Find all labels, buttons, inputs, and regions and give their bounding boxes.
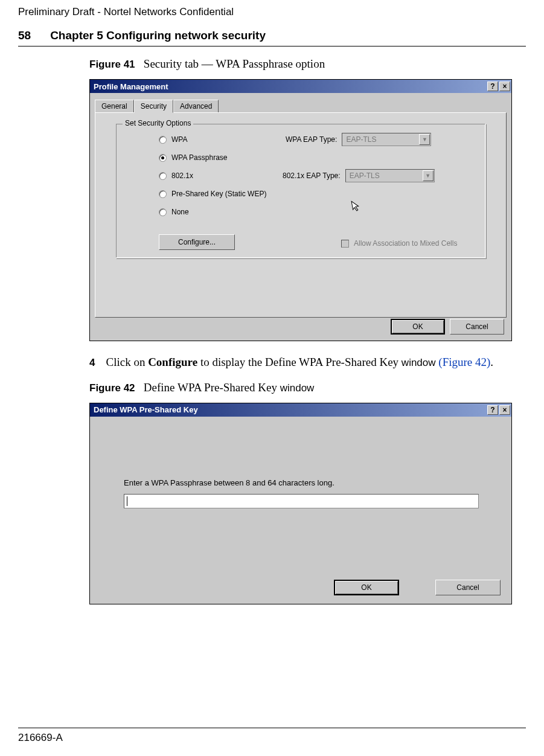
cancel-button[interactable]: Cancel bbox=[435, 580, 501, 595]
passphrase-input[interactable] bbox=[124, 494, 479, 508]
step-4-pre: Click on bbox=[106, 356, 148, 368]
ok-button[interactable]: OK bbox=[334, 580, 399, 595]
dlg1-titlebar: Profile Management ? × bbox=[90, 80, 511, 93]
tabstrip: General Security Advanced bbox=[95, 98, 507, 112]
radio-8021x[interactable]: 802.1x bbox=[159, 171, 193, 180]
step-4-bold: Configure bbox=[148, 356, 197, 368]
define-wpa-psk-dialog: Define WPA Pre-Shared Key ? × Enter a WP… bbox=[89, 403, 512, 604]
text-caret-icon bbox=[127, 496, 127, 506]
step-4-num: 4 bbox=[89, 357, 95, 368]
group-label: Set Security Options bbox=[123, 119, 193, 127]
radio-wpa-label: WPA bbox=[171, 135, 187, 144]
radio-wpa[interactable]: WPA bbox=[159, 135, 187, 144]
chevron-down-icon: ▼ bbox=[419, 134, 430, 145]
step-4-link[interactable]: (Figure 42) bbox=[438, 356, 490, 368]
radio-dot-selected-icon bbox=[159, 154, 167, 162]
help-button[interactable]: ? bbox=[487, 82, 498, 91]
chevron-down-icon: ▼ bbox=[423, 170, 434, 181]
passphrase-instruction: Enter a WPA Passphrase between 8 and 64 … bbox=[124, 478, 334, 487]
cancel-label: Cancel bbox=[466, 322, 488, 331]
step-4-mid: to display the Define WPA Pre-Shared Key bbox=[197, 356, 402, 368]
cancel-button[interactable]: Cancel bbox=[450, 319, 504, 335]
allow-mixed-label: Allow Association to Mixed Cells bbox=[354, 239, 457, 248]
doc-id: 216669-A bbox=[18, 732, 63, 743]
figure-41-num: Figure 41 bbox=[89, 59, 135, 70]
figure-42-win: window bbox=[280, 382, 315, 394]
wpa-eap-label: WPA EAP Type: bbox=[286, 135, 337, 144]
wpa-eap-value: EAP-TLS bbox=[346, 135, 376, 144]
radio-dot-icon bbox=[159, 172, 167, 180]
profile-management-dialog: Profile Management ? × General Security … bbox=[89, 79, 512, 341]
ok-label: OK bbox=[412, 322, 423, 331]
8021x-eap-label: 802.1x EAP Type: bbox=[283, 171, 341, 180]
radio-none-label: None bbox=[171, 208, 189, 216]
close-button[interactable]: × bbox=[499, 82, 510, 91]
page-header: 58 Chapter 5 Configuring network securit… bbox=[18, 29, 526, 46]
dlg1-button-row: OK Cancel bbox=[391, 319, 504, 335]
configure-button[interactable]: Configure... bbox=[159, 234, 235, 250]
ok-button[interactable]: OK bbox=[391, 319, 445, 335]
footer: 216669-A bbox=[18, 728, 526, 744]
tab-advanced[interactable]: Advanced bbox=[173, 100, 219, 112]
chapter-title: Chapter 5 Configuring network security bbox=[50, 29, 266, 42]
radio-wpa-pass-label: WPA Passphrase bbox=[171, 153, 227, 162]
ok-label: OK bbox=[361, 583, 371, 592]
help-button[interactable]: ? bbox=[487, 405, 498, 415]
dlg2-titlebar: Define WPA Pre-Shared Key ? × bbox=[90, 403, 511, 417]
tab-panel: Set Security Options WPA WPA Passphrase … bbox=[95, 112, 507, 318]
wpa-eap-combo[interactable]: EAP-TLS ▼ bbox=[342, 133, 431, 146]
figure-42-num: Figure 42 bbox=[89, 382, 135, 394]
dlg2-title: Define WPA Pre-Shared Key bbox=[94, 405, 486, 414]
8021x-eap-combo[interactable]: EAP-TLS ▼ bbox=[345, 169, 435, 182]
dlg1-title: Profile Management bbox=[94, 82, 486, 91]
radio-8021x-label: 802.1x bbox=[171, 171, 193, 180]
radio-psk[interactable]: Pre-Shared Key (Static WEP) bbox=[159, 190, 266, 198]
radio-dot-icon bbox=[159, 208, 167, 216]
checkbox-icon bbox=[341, 240, 349, 248]
8021x-eap-type-row: 802.1x EAP Type: EAP-TLS ▼ bbox=[283, 169, 435, 182]
radio-psk-label: Pre-Shared Key (Static WEP) bbox=[171, 190, 266, 198]
radio-dot-icon bbox=[159, 190, 167, 198]
wpa-eap-type-row: WPA EAP Type: EAP-TLS ▼ bbox=[286, 133, 431, 146]
figure-42-text: Define WPA Pre-Shared Key bbox=[144, 381, 280, 394]
dlg1-body: General Security Advanced Set Security O… bbox=[90, 93, 511, 341]
step-4-dot: . bbox=[490, 356, 493, 368]
step-4-text: 4Click on Configure to display the Defin… bbox=[89, 354, 502, 370]
figure-41-caption: Figure 41 Security tab — WPA Passphrase … bbox=[89, 57, 526, 71]
figure-41-text: Security tab — WPA Passphrase option bbox=[144, 57, 325, 70]
radio-wpa-passphrase[interactable]: WPA Passphrase bbox=[159, 153, 227, 162]
cancel-label: Cancel bbox=[456, 583, 479, 592]
8021x-eap-value: EAP-TLS bbox=[350, 171, 380, 180]
confidential-header: Preliminary Draft - Nortel Networks Conf… bbox=[18, 6, 526, 18]
tab-security[interactable]: Security bbox=[134, 100, 173, 113]
step-4-win: window bbox=[402, 357, 436, 368]
radio-dot-icon bbox=[159, 136, 167, 144]
figure-42-caption: Figure 42 Define WPA Pre-Shared Key wind… bbox=[89, 381, 526, 394]
configure-label: Configure... bbox=[178, 238, 216, 246]
tab-general[interactable]: General bbox=[95, 100, 134, 112]
close-button[interactable]: × bbox=[499, 405, 510, 415]
dlg2-button-row: OK Cancel bbox=[334, 580, 501, 595]
security-options-group: Set Security Options WPA WPA Passphrase … bbox=[116, 124, 487, 259]
dlg2-body: Enter a WPA Passphrase between 8 and 64 … bbox=[90, 417, 511, 604]
radio-none[interactable]: None bbox=[159, 208, 189, 216]
page-number: 58 bbox=[18, 29, 31, 42]
allow-mixed-checkbox[interactable]: Allow Association to Mixed Cells bbox=[341, 239, 457, 248]
